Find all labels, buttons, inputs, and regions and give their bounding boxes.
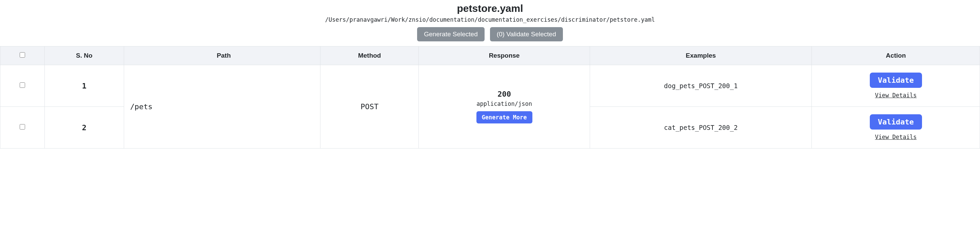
col-header-examples: Examples bbox=[590, 46, 811, 65]
view-details-link[interactable]: View Details bbox=[875, 92, 916, 99]
validate-button[interactable]: Validate bbox=[870, 114, 922, 129]
table-row: 1 /pets POST 200 application/json Genera… bbox=[0, 65, 980, 107]
col-header-method: Method bbox=[320, 46, 419, 65]
col-header-action: Action bbox=[812, 46, 980, 65]
content-type: application/json bbox=[423, 100, 585, 107]
view-details-link[interactable]: View Details bbox=[875, 134, 916, 140]
example-name: dog_pets_POST_200_1 bbox=[664, 82, 738, 89]
path-value: /pets bbox=[130, 102, 153, 111]
col-header-checkbox bbox=[0, 46, 45, 65]
col-header-path: Path bbox=[124, 46, 320, 65]
sno-value: 1 bbox=[82, 82, 86, 90]
page-title: petstore.yaml bbox=[0, 3, 980, 14]
row-checkbox[interactable] bbox=[20, 124, 25, 129]
validate-selected-label: Validate Selected bbox=[506, 30, 556, 38]
col-header-response: Response bbox=[419, 46, 590, 65]
generate-selected-button[interactable]: Generate Selected bbox=[417, 27, 484, 41]
response-code: 200 bbox=[423, 90, 585, 98]
example-name: cat_pets_POST_200_2 bbox=[664, 124, 738, 131]
file-path: /Users/pranavgawri/Work/znsio/documentat… bbox=[0, 16, 980, 23]
sno-value: 2 bbox=[82, 123, 86, 132]
validate-button[interactable]: Validate bbox=[870, 73, 922, 88]
col-header-sno: S. No bbox=[45, 46, 124, 65]
validate-selected-button[interactable]: (0) Validate Selected bbox=[490, 27, 563, 41]
select-all-checkbox[interactable] bbox=[20, 52, 25, 58]
row-checkbox[interactable] bbox=[20, 83, 25, 88]
generate-more-button[interactable]: Generate More bbox=[476, 111, 532, 123]
method-value: POST bbox=[361, 102, 379, 111]
endpoints-table: S. No Path Method Response Examples Acti… bbox=[0, 46, 980, 148]
validate-selected-count: (0) bbox=[497, 30, 504, 38]
